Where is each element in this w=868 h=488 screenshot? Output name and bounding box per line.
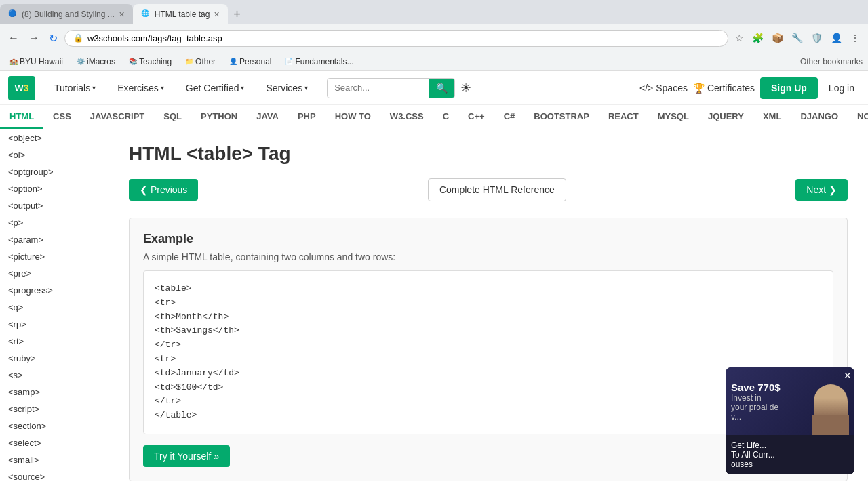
sidebar-item-select[interactable]: <select> bbox=[0, 434, 108, 451]
sidebar-item-p[interactable]: <p> bbox=[0, 214, 108, 231]
tab2-close[interactable]: ✕ bbox=[214, 10, 220, 19]
more-button[interactable]: ⋮ bbox=[848, 30, 863, 46]
next-button[interactable]: Next ❯ bbox=[795, 179, 848, 201]
ad-bottom: Get Life... To All Curr... ouses bbox=[726, 435, 854, 474]
ad-person bbox=[812, 384, 849, 435]
ad-close-button[interactable]: ✕ bbox=[844, 370, 852, 381]
sidebar-item-q[interactable]: <q> bbox=[0, 299, 108, 316]
lang-item-javascript[interactable]: JAVASCRIPT bbox=[81, 105, 154, 129]
lang-item-xml[interactable]: XML bbox=[753, 105, 791, 129]
bookmark-fundamentals[interactable]: 📄 Fundamentals... bbox=[281, 56, 357, 68]
other-bookmarks[interactable]: Other bookmarks bbox=[800, 57, 863, 66]
extension4-button[interactable]: 🛡️ bbox=[808, 30, 825, 46]
sidebar-item-optgroup[interactable]: <optgroup> bbox=[0, 163, 108, 180]
lang-item-sql[interactable]: SQL bbox=[154, 105, 191, 129]
prev-button[interactable]: ❮ Previous bbox=[129, 179, 198, 201]
sidebar-item-picture[interactable]: <picture> bbox=[0, 248, 108, 265]
tab1-close[interactable]: ✕ bbox=[119, 10, 125, 19]
search-button[interactable]: 🔍 bbox=[429, 79, 454, 98]
spaces-label: Spaces bbox=[656, 83, 688, 94]
w3-logo[interactable]: W3 bbox=[8, 76, 35, 100]
lang-item-w3.css[interactable]: W3.CSS bbox=[380, 105, 433, 129]
tab-bar: 🔵 (8) Building and Styling ... ✕ 🌐 HTML … bbox=[0, 0, 868, 24]
bookmark-fundamentals-label: Fundamentals... bbox=[295, 57, 353, 66]
certificates-button[interactable]: 🏆 Certificates bbox=[693, 83, 755, 94]
lang-item-python[interactable]: PYTHON bbox=[191, 105, 247, 129]
lang-item-html[interactable]: HTML bbox=[0, 105, 43, 129]
lock-icon: 🔒 bbox=[73, 33, 83, 43]
forward-button[interactable]: → bbox=[26, 29, 42, 47]
lang-item-mysql[interactable]: MYSQL bbox=[648, 105, 698, 129]
search-input[interactable] bbox=[328, 79, 429, 97]
main-layout: <object><ol><optgroup><option><output><p… bbox=[0, 129, 868, 488]
search-bar[interactable]: 🔍 bbox=[327, 78, 455, 98]
nav-get-certified[interactable]: Get Certified ▾ bbox=[178, 77, 253, 99]
lang-item-php[interactable]: PHP bbox=[288, 105, 326, 129]
sidebar-item-source[interactable]: <source> bbox=[0, 468, 108, 485]
star-button[interactable]: ☆ bbox=[732, 30, 747, 46]
lang-item-css[interactable]: CSS bbox=[43, 105, 81, 129]
sidebar-item-pre[interactable]: <pre> bbox=[0, 265, 108, 282]
page-title: HTML <table> Tag bbox=[129, 143, 848, 165]
sidebar-item-object[interactable]: <object> bbox=[0, 129, 108, 146]
sidebar-item-section[interactable]: <section> bbox=[0, 418, 108, 434]
sidebar-item-ol[interactable]: <ol> bbox=[0, 146, 108, 163]
back-button[interactable]: ← bbox=[5, 29, 22, 47]
lang-item-c++[interactable]: C++ bbox=[458, 105, 494, 129]
sidebar-item-ruby[interactable]: <ruby> bbox=[0, 350, 108, 367]
login-button[interactable]: Log in bbox=[823, 77, 860, 99]
sidebar-item-param[interactable]: <param> bbox=[0, 231, 108, 248]
extension1-button[interactable]: 🧩 bbox=[749, 30, 766, 46]
sidebar-item-progress[interactable]: <progress> bbox=[0, 282, 108, 299]
tab1-favicon: 🔵 bbox=[8, 9, 18, 19]
sidebar-item-output[interactable]: <output> bbox=[0, 197, 108, 214]
sidebar-item-s[interactable]: <s> bbox=[0, 367, 108, 384]
nav-services[interactable]: Services ▾ bbox=[258, 77, 316, 99]
try-it-button[interactable]: Try it Yourself » bbox=[143, 445, 230, 467]
lang-item-java[interactable]: JAVA bbox=[247, 105, 288, 129]
bookmark-personal[interactable]: 👤 Personal bbox=[225, 56, 275, 68]
bookmark-other[interactable]: 📁 Other bbox=[181, 56, 220, 68]
address-bar[interactable]: 🔒 bbox=[64, 30, 728, 47]
lang-item-react[interactable]: REACT bbox=[599, 105, 648, 129]
lang-item-node.js[interactable]: NODE.JS bbox=[848, 105, 868, 129]
lang-item-jquery[interactable]: JQUERY bbox=[698, 105, 753, 129]
code-line: <th>Month</th> bbox=[155, 310, 822, 325]
lang-item-how to[interactable]: HOW TO bbox=[326, 105, 380, 129]
login-label: Log in bbox=[829, 83, 854, 94]
account-button[interactable]: 👤 bbox=[828, 30, 845, 46]
spaces-button[interactable]: </> Spaces bbox=[639, 83, 688, 94]
lang-item-c#[interactable]: C# bbox=[494, 105, 525, 129]
signup-button[interactable]: Sign Up bbox=[760, 77, 818, 99]
bookmark-byu[interactable]: 🏫 BYU Hawaii bbox=[5, 56, 67, 68]
bookmarks-bar: 🏫 BYU Hawaii ⚙️ iMacros 📚 Teaching 📁 Oth… bbox=[0, 52, 868, 70]
url-input[interactable] bbox=[87, 33, 719, 43]
services-dropdown-icon: ▾ bbox=[304, 84, 308, 92]
sidebar-item-script[interactable]: <script> bbox=[0, 401, 108, 418]
extension2-button[interactable]: 📦 bbox=[769, 30, 786, 46]
cert-icon: 🏆 bbox=[693, 83, 705, 94]
tab2-label: HTML table tag bbox=[155, 9, 210, 19]
lang-item-django[interactable]: DJANGO bbox=[791, 105, 848, 129]
dark-mode-button[interactable]: ☀ bbox=[460, 81, 471, 96]
extension3-button[interactable]: 🔧 bbox=[789, 30, 806, 46]
nav-services-label: Services bbox=[266, 83, 302, 94]
sidebar-item-option[interactable]: <option> bbox=[0, 180, 108, 197]
code-line: </tr> bbox=[155, 394, 822, 409]
tab-2[interactable]: 🌐 HTML table tag ✕ bbox=[133, 4, 229, 24]
sidebar-item-rp[interactable]: <rp> bbox=[0, 316, 108, 333]
reload-button[interactable]: ↻ bbox=[46, 29, 60, 47]
sidebar-item-span[interactable]: <span> bbox=[0, 485, 108, 488]
lang-item-bootstrap[interactable]: BOOTSTRAP bbox=[524, 105, 599, 129]
nav-exercises[interactable]: Exercises ▾ bbox=[109, 77, 172, 99]
ref-button[interactable]: Complete HTML Reference bbox=[428, 178, 566, 201]
tab-1[interactable]: 🔵 (8) Building and Styling ... ✕ bbox=[0, 4, 133, 24]
sidebar-item-small[interactable]: <small> bbox=[0, 451, 108, 468]
nav-tutorials[interactable]: Tutorials ▾ bbox=[46, 77, 104, 99]
lang-item-c[interactable]: C bbox=[433, 105, 458, 129]
bookmark-teaching[interactable]: 📚 Teaching bbox=[125, 56, 176, 68]
sidebar-item-samp[interactable]: <samp> bbox=[0, 384, 108, 401]
bookmark-imacros[interactable]: ⚙️ iMacros bbox=[73, 56, 119, 68]
new-tab-button[interactable]: + bbox=[228, 7, 246, 22]
sidebar-item-rt[interactable]: <rt> bbox=[0, 333, 108, 350]
